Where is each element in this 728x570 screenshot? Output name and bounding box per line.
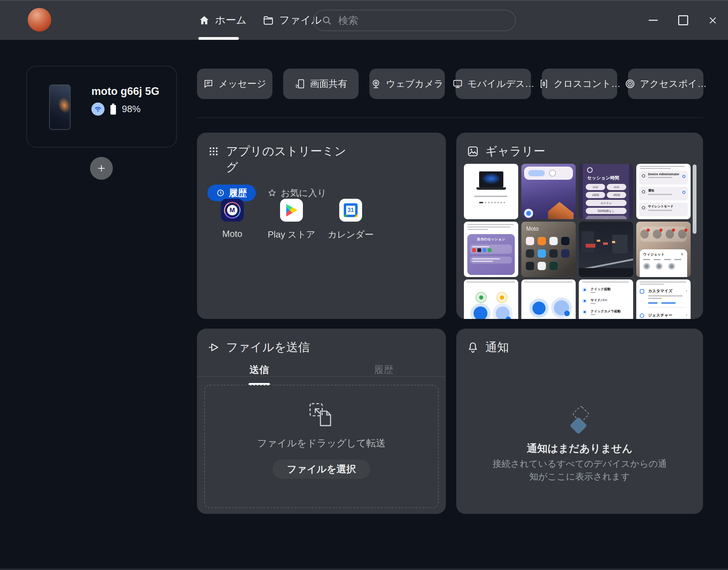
star-icon bbox=[268, 188, 277, 197]
tab-files[interactable]: ファイル bbox=[262, 1, 322, 40]
notifications-empty-state: 通知はまだありません 接続されているすべてのデバイスからの通知がここに表示されま… bbox=[456, 329, 703, 514]
search-input[interactable] bbox=[338, 15, 507, 27]
phone-image bbox=[49, 84, 71, 130]
chip-history-label: 履歴 bbox=[229, 187, 247, 199]
device-card[interactable]: moto g66j 5G 98% bbox=[26, 66, 177, 148]
panel-title: アプリのストリーミング bbox=[226, 143, 349, 175]
screen-share-icon bbox=[295, 79, 305, 89]
chip-favorites[interactable]: お気に入り bbox=[268, 187, 326, 199]
drag-file-icon bbox=[308, 401, 335, 429]
gallery-thumbnail-night-city[interactable] bbox=[579, 222, 633, 277]
drop-hint-text: ファイルをドラッグして転送 bbox=[257, 437, 386, 450]
close-icon bbox=[708, 16, 718, 25]
panel-header: アプリのストリーミング bbox=[207, 143, 349, 175]
app-label: Play ストア bbox=[268, 229, 315, 241]
quick-action-label: アクセスポイ… bbox=[640, 78, 707, 90]
app-item-moto[interactable]: M Moto bbox=[206, 199, 258, 241]
quick-action-label: クロスコント… bbox=[554, 78, 621, 90]
gallery-thumbnail-circles[interactable] bbox=[521, 279, 576, 319]
divider bbox=[197, 376, 446, 377]
quick-action-webcam[interactable]: ウェブカメラ bbox=[369, 69, 445, 99]
minimize-button[interactable] bbox=[646, 14, 660, 27]
gallery-thumbnail-laptop[interactable] bbox=[464, 164, 518, 219]
webcam-icon bbox=[371, 79, 381, 89]
panel-gallery: ギャラリー セッション時間 15分 30分 1時間 2時間 bbox=[456, 133, 703, 319]
file-drop-zone[interactable]: ファイルをドラッグして転送 ファイルを選択 bbox=[204, 385, 439, 508]
quick-action-label: 画面共有 bbox=[310, 78, 347, 90]
quick-action-mobile-desktop[interactable]: モバイルデス… bbox=[456, 69, 531, 99]
app-item-calendar[interactable]: 31 カレンダー bbox=[325, 199, 377, 241]
app-icon-calendar: 31 bbox=[339, 199, 362, 222]
panel-app-streaming: アプリのストリーミング 履歴 お気に入り M Moto bbox=[197, 133, 446, 319]
quick-actions-row: メッセージ 画面共有 ウェブカメラ モバイルデス… クロスコント… bbox=[197, 69, 703, 99]
quick-action-access-point[interactable]: アクセスポイ… bbox=[628, 69, 703, 99]
empty-title: 通知はまだありません bbox=[456, 442, 703, 456]
gallery-thumbnail-night-sky[interactable] bbox=[521, 164, 576, 219]
device-status: 98% bbox=[91, 103, 141, 116]
gallery-thumbnail-quick-launch[interactable]: クイック起動 サイドバー クイックカメラ起動 簡易ライト bbox=[579, 279, 633, 319]
quick-action-label: メッセージ bbox=[218, 78, 266, 90]
message-icon bbox=[203, 79, 214, 89]
panel-header: ギャラリー bbox=[467, 143, 545, 159]
panel-file-send: ファイルを送信 送信 履歴 ファイルをドラッグして転送 ファイルを選択 bbox=[197, 329, 446, 514]
tab-send[interactable]: 送信 bbox=[197, 363, 322, 385]
app-icon-moto: M bbox=[221, 199, 244, 222]
main-tabs: ホーム ファイル bbox=[198, 1, 322, 40]
top-bar: ホーム ファイル bbox=[0, 1, 728, 40]
quick-action-label: モバイルデス… bbox=[468, 78, 534, 90]
gallery-scrollbar[interactable] bbox=[693, 164, 696, 234]
close-button[interactable] bbox=[706, 14, 720, 27]
panel-title: ファイルを送信 bbox=[226, 339, 310, 355]
search-box[interactable] bbox=[313, 10, 516, 31]
divider bbox=[197, 117, 703, 118]
window-bottom-edge bbox=[0, 569, 728, 570]
minimize-icon bbox=[649, 20, 658, 21]
clock-icon bbox=[216, 189, 225, 197]
wifi-status-icon bbox=[91, 103, 105, 116]
gallery-icon bbox=[467, 145, 479, 158]
quick-action-screen-share[interactable]: 画面共有 bbox=[283, 69, 359, 99]
app-item-play-store[interactable]: Play ストア bbox=[266, 199, 317, 241]
quick-action-cross-control[interactable]: クロスコント… bbox=[542, 69, 617, 99]
panel-header: ファイルを送信 bbox=[207, 339, 310, 355]
select-file-button[interactable]: ファイルを選択 bbox=[272, 460, 370, 479]
mobile-desktop-icon bbox=[452, 79, 463, 89]
gallery-thumbnail-widgets[interactable]: ウィジェット ✕ bbox=[636, 222, 691, 277]
file-send-tabs: 送信 履歴 bbox=[197, 363, 446, 385]
maximize-button[interactable] bbox=[676, 14, 690, 27]
plus-icon bbox=[96, 163, 107, 174]
maximize-icon bbox=[678, 15, 688, 25]
home-icon bbox=[198, 15, 210, 26]
app-label: Moto bbox=[222, 229, 242, 239]
access-point-icon bbox=[625, 79, 635, 89]
tab-send-history[interactable]: 履歴 bbox=[322, 363, 446, 385]
panel-notifications: 通知 通知はまだありません 接続されているすべてのデバイスからの通知がここに表示… bbox=[456, 329, 703, 514]
apps-grid-icon bbox=[207, 145, 220, 158]
gallery-thumbnail-permissions[interactable]: Device Administrator 通知 サイレントモード bbox=[636, 164, 691, 219]
panel-title: ギャラリー bbox=[485, 143, 545, 159]
gallery-thumbnail-my-session[interactable]: 自分のセッション bbox=[464, 222, 518, 277]
quick-action-messages[interactable]: メッセージ bbox=[197, 69, 272, 99]
app-window: ホーム ファイル bbox=[0, 0, 728, 570]
empty-body: 接続されているすべてのデバイスからの通知がここに表示されます bbox=[492, 457, 667, 483]
gallery-thumbnail-avatars[interactable] bbox=[464, 279, 518, 319]
gallery-thumbnail-customize[interactable]: カスタマイズ › ジェスチャー › bbox=[636, 279, 691, 319]
battery-icon bbox=[109, 103, 117, 115]
window-controls bbox=[646, 1, 720, 40]
chip-favorites-label: お気に入り bbox=[281, 187, 326, 199]
device-name: moto g66j 5G bbox=[91, 85, 159, 98]
battery-percent: 98% bbox=[122, 104, 141, 115]
tab-home-label: ホーム bbox=[215, 13, 246, 27]
app-logo-icon bbox=[28, 8, 51, 32]
streamed-apps-row: M Moto Play ストア 31 カレンダー bbox=[206, 199, 377, 241]
tab-home[interactable]: ホーム bbox=[198, 1, 246, 40]
gallery-grid: セッション時間 15分 30分 1時間 2時間 カスタム 時間制限なし 開始 D… bbox=[464, 164, 693, 319]
send-files-icon bbox=[207, 341, 220, 354]
app-label: カレンダー bbox=[328, 229, 374, 241]
add-device-button[interactable] bbox=[90, 157, 113, 180]
empty-notifications-icon bbox=[559, 406, 601, 440]
gallery-thumbnail-moto-home[interactable]: Moto bbox=[521, 222, 576, 277]
gallery-thumbnail-session-time[interactable]: セッション時間 15分 30分 1時間 2時間 カスタム 時間制限なし 開始 bbox=[579, 164, 633, 219]
search-icon bbox=[322, 15, 332, 26]
cross-control-icon bbox=[539, 79, 549, 89]
